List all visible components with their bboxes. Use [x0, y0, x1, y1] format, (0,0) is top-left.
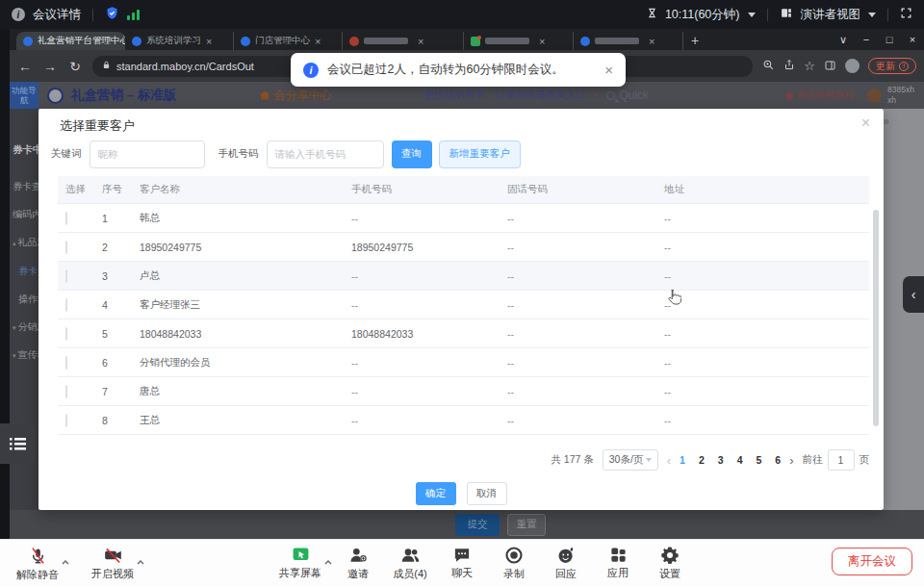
cell-no: 4	[96, 299, 135, 311]
toast-close-icon[interactable]: ×	[604, 62, 613, 78]
cell-no: 8	[96, 415, 135, 426]
cell-name: 唐总	[135, 385, 346, 398]
page-1[interactable]: 1	[680, 454, 685, 466]
table-row[interactable]: 4 客户经理张三 -- -- --	[58, 291, 869, 319]
tab-close-icon[interactable]: ×	[649, 36, 654, 47]
chat-button[interactable]: 聊天	[440, 546, 484, 581]
tab-close-icon[interactable]: ×	[206, 36, 212, 47]
row-checkbox[interactable]	[65, 269, 67, 283]
browser-tab[interactable]: ×	[464, 32, 574, 50]
toolbar-item-label: 共享屏幕	[279, 566, 321, 580]
view-mode-label[interactable]: 演讲者视图	[801, 7, 861, 23]
screen: i 会议详情 10:11(60分钟) 演讲者视图	[0, 0, 924, 587]
video-options-caret[interactable]	[137, 551, 144, 569]
row-checkbox[interactable]	[65, 414, 67, 427]
browser-tab[interactable]: 系统培训学习 ×	[125, 32, 234, 50]
browser-update-button[interactable]: 更新 !	[868, 58, 916, 74]
phone-input[interactable]	[267, 140, 384, 168]
promo-text: 更快捷的券卡、订单和快递查询入口	[424, 89, 586, 102]
modal-close-icon[interactable]: ×	[861, 115, 870, 132]
bookmark-star-icon[interactable]: ☆	[804, 59, 815, 73]
row-checkbox[interactable]	[65, 241, 67, 254]
keyword-input[interactable]	[90, 140, 205, 168]
record-icon	[504, 546, 524, 565]
page-4[interactable]: 4	[737, 454, 743, 466]
goto-page-input[interactable]	[828, 449, 855, 471]
row-checkbox[interactable]	[65, 212, 67, 225]
confirm-button[interactable]: 确定	[416, 482, 456, 505]
table-row[interactable]: 8 王总 -- -- --	[58, 406, 869, 435]
cell-tel: --	[502, 299, 659, 311]
page-3[interactable]: 3	[718, 454, 724, 466]
browser-tab[interactable]: 门店管理中心 ×	[234, 32, 343, 50]
table-row[interactable]: 1 韩总 -- -- --	[58, 204, 869, 233]
share-options-caret[interactable]	[324, 551, 332, 569]
share-screen-button[interactable]: 共享屏幕	[272, 546, 328, 581]
zoom-icon[interactable]	[762, 58, 775, 75]
browser-profile-avatar[interactable]	[845, 59, 860, 73]
share-icon[interactable]	[783, 58, 795, 75]
mic-options-caret[interactable]	[62, 551, 69, 569]
table-row[interactable]: 7 唐总 -- -- --	[58, 377, 869, 406]
minimize-button[interactable]: −	[855, 34, 878, 45]
page-6[interactable]: 6	[775, 454, 781, 466]
fullscreen-icon[interactable]	[900, 7, 912, 22]
cancel-button[interactable]: 取消	[467, 482, 507, 505]
start-video-button[interactable]: 开启视频	[85, 546, 141, 582]
forward-button[interactable]: →	[42, 59, 58, 74]
prev-page-button[interactable]: ‹	[667, 453, 671, 468]
browser-menu-icon[interactable]: ∨	[832, 34, 855, 46]
sidebar-item: 分销发	[13, 320, 38, 334]
query-button[interactable]: 查询	[392, 140, 432, 168]
side-panel-icon[interactable]	[824, 58, 836, 75]
tab-close-icon[interactable]: ×	[539, 36, 545, 47]
maximize-button[interactable]: □	[878, 34, 901, 45]
meeting-details-label[interactable]: 会议详情	[33, 7, 81, 23]
url-text: standard.maboy.cn/CardsOut	[116, 61, 254, 72]
unmute-button[interactable]: 解除静音	[10, 546, 65, 582]
apps-button[interactable]: 应用	[596, 546, 640, 581]
tab-close-icon[interactable]: ×	[418, 36, 424, 47]
browser-tab[interactable]: ×	[343, 32, 464, 50]
back-button[interactable]: ←	[17, 59, 33, 74]
table-row[interactable]: 3 卢总 -- -- --	[58, 262, 869, 291]
row-checkbox[interactable]	[65, 356, 67, 370]
reaction-button[interactable]: 回应	[544, 546, 588, 581]
divider	[887, 9, 888, 21]
browser-tab[interactable]: ×	[574, 32, 683, 50]
cell-addr: --	[659, 386, 869, 397]
view-dropdown-icon[interactable]	[868, 13, 876, 17]
table-scrollbar[interactable]	[873, 210, 879, 426]
row-checkbox[interactable]	[65, 385, 67, 398]
new-tab-button[interactable]: +	[691, 33, 699, 50]
members-button[interactable]: 成员(4)	[388, 546, 432, 581]
security-shield-icon[interactable]	[105, 6, 119, 23]
leave-meeting-button[interactable]: 离开会议	[832, 548, 912, 575]
meeting-list-widget[interactable]	[0, 423, 35, 464]
settings-button[interactable]: 设置	[648, 546, 692, 581]
record-button[interactable]: 录制	[492, 546, 536, 581]
lock-icon	[102, 60, 111, 72]
table-row[interactable]: 2 18950249775 18950249775 -- --	[58, 233, 869, 262]
page-5[interactable]: 5	[756, 454, 761, 466]
divider	[767, 9, 768, 21]
col-name: 客户名称	[135, 183, 346, 196]
invite-button[interactable]: 邀请	[336, 546, 380, 581]
site-user-avatar	[867, 89, 882, 103]
browser-tab-active[interactable]: 礼盒营销平台管理中心 ×	[16, 32, 125, 50]
reload-button[interactable]: ↻	[67, 59, 83, 74]
table-row[interactable]: 5 18048842033 18048842033 -- --	[58, 319, 869, 348]
page-size-select[interactable]: 30条/页	[603, 449, 658, 471]
row-checkbox[interactable]	[65, 327, 67, 341]
add-customer-button[interactable]: 新增重要客户	[439, 140, 521, 168]
close-window-button[interactable]: ×	[901, 34, 924, 45]
page-2[interactable]: 2	[699, 454, 705, 466]
site-user-id: 8385xh xh	[887, 85, 914, 105]
timer-dropdown-icon[interactable]	[748, 13, 756, 17]
next-page-button[interactable]: ›	[789, 453, 793, 468]
row-checkbox[interactable]	[65, 298, 67, 312]
tab-close-icon[interactable]: ×	[315, 36, 321, 47]
window-controls: ∨ − □ ×	[832, 29, 924, 50]
table-row[interactable]: 6 分销代理的会员 -- -- --	[58, 348, 869, 377]
video-panel-toggle[interactable]: ‹	[903, 276, 924, 313]
